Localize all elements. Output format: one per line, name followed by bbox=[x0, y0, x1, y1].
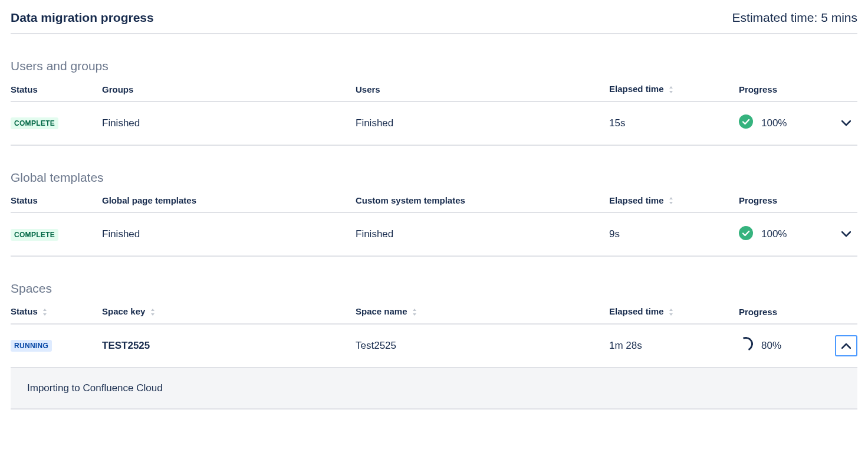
collapse-toggle[interactable] bbox=[835, 335, 857, 356]
col-status-label: Status bbox=[11, 306, 38, 316]
elapsed-cell: 9s bbox=[609, 212, 739, 256]
check-circle-icon bbox=[739, 226, 753, 243]
col-status[interactable]: Status bbox=[11, 191, 102, 213]
col-progress[interactable]: Progress bbox=[739, 191, 857, 213]
sort-icon bbox=[669, 196, 673, 206]
svg-point-0 bbox=[739, 114, 753, 129]
progress-cell: 100% bbox=[739, 101, 857, 145]
sort-icon bbox=[669, 307, 673, 317]
detail-row: Importing to Confluence Cloud bbox=[11, 368, 857, 409]
col-space-name-label: Space name bbox=[356, 306, 407, 316]
col-elapsed-label: Elapsed time bbox=[609, 195, 664, 205]
col-progress[interactable]: Progress bbox=[739, 79, 857, 101]
progress-cell: 100% bbox=[739, 212, 857, 256]
col-status[interactable]: Status bbox=[11, 302, 102, 324]
estimated-time: Estimated time: 5 mins bbox=[732, 11, 857, 25]
expand-toggle[interactable] bbox=[835, 113, 857, 134]
expand-toggle[interactable] bbox=[835, 224, 857, 245]
sort-icon bbox=[412, 307, 417, 317]
status-cell: RUNNING bbox=[11, 324, 102, 368]
table-header-row: Status Global page templates Custom syst… bbox=[11, 191, 857, 213]
table-row: RUNNING TEST2525 Test2525 1m 28s 80% bbox=[11, 324, 857, 368]
spinner-icon bbox=[739, 337, 753, 354]
col-custom-system-templates[interactable]: Custom system templates bbox=[356, 191, 609, 213]
section-title-global-templates: Global templates bbox=[11, 171, 857, 185]
col-space-key-label: Space key bbox=[102, 306, 145, 316]
space-name-cell: Test2525 bbox=[356, 324, 609, 368]
chevron-down-icon bbox=[841, 231, 851, 237]
col-global-page-templates[interactable]: Global page templates bbox=[102, 191, 356, 213]
chevron-down-icon bbox=[841, 120, 851, 126]
col-elapsed[interactable]: Elapsed time bbox=[609, 302, 739, 324]
custom-system-templates-cell: Finished bbox=[356, 212, 609, 256]
section-title-users-groups: Users and groups bbox=[11, 59, 857, 73]
progress-value: 100% bbox=[761, 117, 787, 129]
progress-cell: 80% bbox=[739, 324, 857, 368]
col-elapsed[interactable]: Elapsed time bbox=[609, 191, 739, 213]
progress-value: 100% bbox=[761, 228, 787, 240]
svg-point-1 bbox=[739, 226, 753, 240]
col-elapsed[interactable]: Elapsed time bbox=[609, 79, 739, 101]
section-title-spaces: Spaces bbox=[11, 281, 857, 296]
header: Data migration progress Estimated time: … bbox=[11, 11, 857, 34]
col-status[interactable]: Status bbox=[11, 79, 102, 101]
col-space-key[interactable]: Space key bbox=[102, 302, 356, 324]
sort-icon bbox=[150, 307, 155, 317]
global-page-templates-cell: Finished bbox=[102, 212, 356, 256]
status-badge-running: RUNNING bbox=[11, 340, 52, 352]
col-elapsed-label: Elapsed time bbox=[609, 84, 664, 94]
status-cell: COMPLETE bbox=[11, 101, 102, 145]
status-badge-complete: COMPLETE bbox=[11, 117, 58, 129]
groups-cell: Finished bbox=[102, 101, 356, 145]
col-elapsed-label: Elapsed time bbox=[609, 306, 664, 316]
space-key-cell: TEST2525 bbox=[102, 324, 356, 368]
status-badge-complete: COMPLETE bbox=[11, 229, 58, 241]
col-groups[interactable]: Groups bbox=[102, 79, 356, 101]
table-header-row: Status Groups Users Elapsed time Progres… bbox=[11, 79, 857, 101]
detail-message: Importing to Confluence Cloud bbox=[11, 368, 857, 409]
table-row: COMPLETE Finished Finished 9s 100% bbox=[11, 212, 857, 256]
col-space-name[interactable]: Space name bbox=[356, 302, 609, 324]
check-circle-icon bbox=[739, 114, 753, 132]
progress-value: 80% bbox=[761, 340, 781, 352]
sort-icon bbox=[669, 85, 673, 95]
sort-icon bbox=[42, 307, 47, 317]
elapsed-cell: 15s bbox=[609, 101, 739, 145]
col-progress[interactable]: Progress bbox=[739, 302, 857, 324]
users-groups-table: Status Groups Users Elapsed time Progres… bbox=[11, 79, 857, 146]
spaces-table: Status Space key Space name Elapsed time bbox=[11, 302, 857, 410]
elapsed-cell: 1m 28s bbox=[609, 324, 739, 368]
users-cell: Finished bbox=[356, 101, 609, 145]
chevron-up-icon bbox=[841, 343, 851, 349]
table-row: COMPLETE Finished Finished 15s 100% bbox=[11, 101, 857, 145]
page-title: Data migration progress bbox=[11, 11, 154, 25]
status-cell: COMPLETE bbox=[11, 212, 102, 256]
global-templates-table: Status Global page templates Custom syst… bbox=[11, 191, 857, 257]
table-header-row: Status Space key Space name Elapsed time bbox=[11, 302, 857, 324]
col-users[interactable]: Users bbox=[356, 79, 609, 101]
